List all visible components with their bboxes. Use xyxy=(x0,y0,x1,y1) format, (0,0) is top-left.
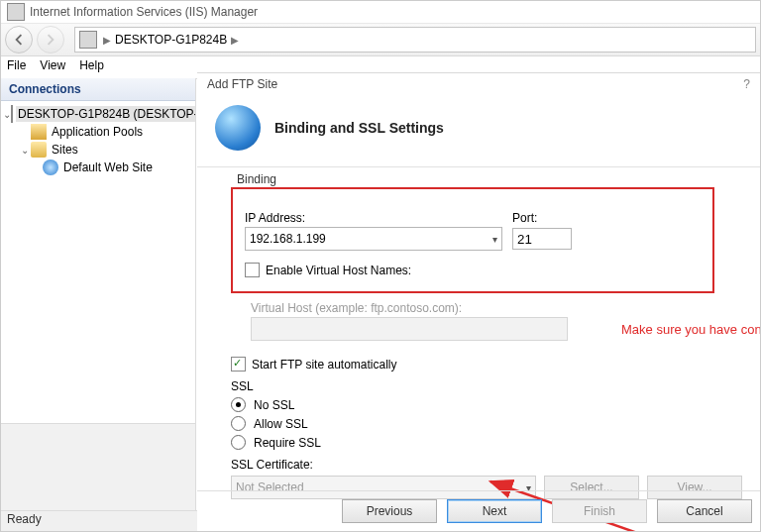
tree-row-sites[interactable]: ⌄ Sites xyxy=(3,141,193,159)
virtual-host-input xyxy=(251,317,568,341)
tree-row-default-site[interactable]: Default Web Site xyxy=(3,159,193,176)
virtual-host-label: Virtual Host (example: ftp.contoso.com): xyxy=(251,301,742,315)
enable-vhost-checkbox-row[interactable]: Enable Virtual Host Names: xyxy=(245,263,699,277)
nav-bar: ▶ DESKTOP-G1P824B ▶ xyxy=(1,24,760,56)
dialog-help-button[interactable]: ? xyxy=(743,77,750,91)
nav-forward-button[interactable] xyxy=(37,26,64,53)
dialog-heading: Binding and SSL Settings xyxy=(274,120,444,136)
breadcrumb[interactable]: ▶ DESKTOP-G1P824B ▶ xyxy=(74,27,756,53)
window-title: Internet Information Services (IIS) Mana… xyxy=(30,5,258,19)
tree-row-pools[interactable]: Application Pools xyxy=(3,123,193,141)
allow-ssl-label: Allow SSL xyxy=(254,417,308,431)
radio-icon[interactable] xyxy=(231,416,246,431)
menu-help[interactable]: Help xyxy=(79,58,104,78)
separator xyxy=(197,166,760,167)
connections-tree[interactable]: ⌄ DESKTOP-G1P824B (DESKTOP- Application … xyxy=(1,101,195,423)
start-ftp-label: Start FTP site automatically xyxy=(252,358,397,372)
ip-address-value: 192.168.1.199 xyxy=(250,232,492,246)
connections-header: Connections xyxy=(1,78,195,101)
dialog-title: Add FTP Site xyxy=(197,73,760,95)
tree-row-server[interactable]: ⌄ DESKTOP-G1P824B (DESKTOP- xyxy=(3,105,193,123)
finish-button: Finish xyxy=(552,499,647,523)
tree-label-server: DESKTOP-G1P824B (DESKTOP- xyxy=(16,106,195,122)
globe-icon xyxy=(215,105,261,151)
ip-address-combo[interactable]: 192.168.1.199 ▾ xyxy=(245,227,502,251)
binding-inputs-row: 192.168.1.199 ▾ xyxy=(245,227,699,251)
annotation-text: Make sure you have configured static IP … xyxy=(621,322,761,337)
dialog-content: Binding IP Address: Port: 192.168.1.199 … xyxy=(197,173,760,499)
arrow-left-icon xyxy=(13,34,25,46)
ssl-cert-label: SSL Certificate: xyxy=(231,458,742,472)
dialog-button-bar: Previous Next Finish Cancel xyxy=(342,489,752,523)
app-icon xyxy=(7,3,25,21)
dialog-header: Binding and SSL Settings xyxy=(197,95,760,166)
checkbox-icon[interactable] xyxy=(245,263,260,277)
app-pools-icon xyxy=(31,124,47,140)
status-text: Ready xyxy=(7,512,42,526)
no-ssl-label: No SSL xyxy=(254,398,294,412)
tree-label-sites: Sites xyxy=(50,142,80,158)
nav-back-button[interactable] xyxy=(5,26,33,53)
add-ftp-site-dialog: Add FTP Site ? Binding and SSL Settings … xyxy=(197,72,760,531)
server-icon xyxy=(11,105,13,123)
lower-split-pane xyxy=(1,423,195,513)
connections-pane: Connections ⌄ DESKTOP-G1P824B (DESKTOP- … xyxy=(1,78,196,513)
chevron-down-icon: ▾ xyxy=(492,234,497,245)
cancel-button[interactable]: Cancel xyxy=(657,499,752,523)
radio-allow-ssl[interactable]: Allow SSL xyxy=(231,416,742,431)
iis-manager-window: Internet Information Services (IIS) Mana… xyxy=(0,0,761,532)
menu-file[interactable]: File xyxy=(7,58,26,78)
arrow-right-icon xyxy=(45,34,56,46)
radio-icon[interactable] xyxy=(231,435,246,450)
ssl-group-label: SSL xyxy=(231,379,742,393)
next-button[interactable]: Next xyxy=(447,499,542,523)
checkbox-checked-icon[interactable] xyxy=(231,357,246,372)
tree-label-pools: Application Pools xyxy=(50,124,145,140)
breadcrumb-icon xyxy=(79,31,97,49)
require-ssl-label: Require SSL xyxy=(254,436,321,450)
binding-highlight-box: IP Address: Port: 192.168.1.199 ▾ Enable… xyxy=(231,187,714,293)
previous-button[interactable]: Previous xyxy=(342,499,437,523)
start-ftp-checkbox-row[interactable]: Start FTP site automatically xyxy=(231,357,742,372)
breadcrumb-node[interactable]: DESKTOP-G1P824B xyxy=(111,33,231,47)
menu-view[interactable]: View xyxy=(40,58,65,78)
tree-label-default-site: Default Web Site xyxy=(61,160,155,175)
radio-no-ssl[interactable]: No SSL xyxy=(231,397,742,412)
ip-address-label: IP Address: xyxy=(245,211,502,225)
tree-expander[interactable]: ⌄ xyxy=(19,145,31,156)
chevron-right-icon: ▶ xyxy=(231,35,239,46)
tree-expander[interactable]: ⌄ xyxy=(3,109,11,120)
binding-group-label: Binding xyxy=(233,172,280,186)
enable-vhost-label: Enable Virtual Host Names: xyxy=(266,264,411,277)
chevron-right-icon: ▶ xyxy=(103,35,111,46)
radio-require-ssl[interactable]: Require SSL xyxy=(231,435,742,450)
port-input[interactable] xyxy=(512,228,572,250)
title-bar: Internet Information Services (IIS) Mana… xyxy=(1,1,760,24)
site-icon xyxy=(43,160,58,175)
port-label: Port: xyxy=(512,211,537,225)
radio-selected-icon[interactable] xyxy=(231,397,246,412)
binding-labels-row: IP Address: Port: xyxy=(245,211,699,225)
sites-icon xyxy=(31,142,47,158)
ssl-group: SSL No SSL Allow SSL Require SSL SSL Cer… xyxy=(231,379,742,499)
